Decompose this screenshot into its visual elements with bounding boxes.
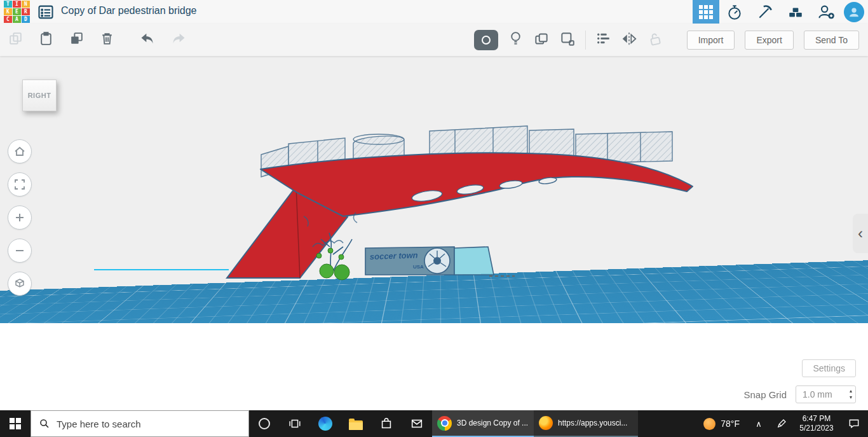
tinkercad-logo[interactable]: T I N K E R C A D [4, 1, 30, 23]
group-icon[interactable] [533, 31, 550, 50]
delete-icon[interactable] [99, 31, 115, 49]
soccer-sign[interactable]: soccer town USA [365, 247, 454, 275]
sign-text: soccer town [370, 250, 418, 261]
bricks-icon[interactable] [780, 0, 811, 24]
firefox-icon [539, 416, 553, 430]
add-person-icon[interactable] [811, 0, 841, 24]
cortana-icon [259, 418, 270, 429]
pickaxe-icon[interactable] [750, 0, 780, 24]
pen-icon [776, 418, 787, 429]
perspective-toggle-button[interactable] [8, 272, 32, 296]
logo-tile: R [22, 8, 30, 15]
redo-icon[interactable] [170, 30, 187, 50]
collapse-panel-arrow[interactable]: ‹ [853, 214, 868, 253]
green-spheres[interactable] [320, 264, 349, 280]
taskbar-search[interactable] [31, 410, 249, 437]
clock-date: 5/21/2023 [799, 424, 833, 433]
logo-tile: I [13, 1, 21, 8]
align-icon[interactable] [595, 31, 611, 49]
folder-icon [349, 420, 363, 430]
store-bag-icon [379, 417, 393, 431]
clock-time: 6:47 PM [803, 414, 831, 424]
lightbulb-icon[interactable] [508, 31, 524, 49]
stopwatch-icon[interactable] [719, 0, 750, 24]
lock-icon[interactable] [647, 31, 663, 50]
browser-task-button[interactable]: https://apps.yousci... [534, 410, 638, 437]
windows-icon [10, 418, 21, 429]
sign-subtext: USA [413, 264, 424, 270]
edge-button[interactable] [310, 410, 341, 437]
design-menu-icon[interactable] [37, 3, 55, 21]
dashboard-grid-button[interactable] [693, 0, 719, 24]
import-button[interactable]: Import [687, 31, 735, 50]
chrome-task-button[interactable]: 3D design Copy of ... [432, 410, 534, 437]
clock-widget[interactable]: 6:47 PM 5/21/2023 [793, 410, 840, 437]
snap-grid-select[interactable]: 1.0 mm ▴▾ [796, 385, 856, 403]
task-label: https://apps.yousci... [558, 419, 627, 427]
mirror-icon[interactable] [621, 31, 637, 50]
chrome-icon [437, 416, 452, 431]
snap-grid-value: 1.0 mm [803, 389, 832, 399]
task-view-icon [288, 417, 302, 431]
zoom-in-button[interactable] [8, 205, 32, 230]
windows-taskbar: 3D design Copy of ... https://apps.yousc… [0, 410, 868, 437]
logo-tile: A [13, 16, 21, 23]
ungroup-icon[interactable] [559, 31, 576, 50]
edit-toolbar: Import Export Send To [0, 24, 868, 56]
task-label: 3D design Copy of ... [457, 419, 528, 427]
weather-temp: 78°F [721, 419, 740, 429]
weather-widget[interactable]: 78°F [696, 410, 747, 437]
tinkercad-window: T I N K E R C A D Copy of Dar pedestrian… [0, 0, 868, 437]
store-button[interactable] [371, 410, 402, 437]
logo-tile: K [4, 8, 12, 15]
grid-icon [699, 5, 713, 19]
show-all-icon[interactable] [474, 30, 498, 50]
search-icon [39, 418, 50, 429]
cortana-button[interactable] [249, 410, 280, 437]
mail-button[interactable] [402, 410, 432, 437]
3d-scene[interactable]: soccer town USA [0, 56, 868, 323]
snap-grid-label: Snap Grid [743, 389, 787, 400]
task-view-button[interactable] [280, 410, 310, 437]
home-view-button[interactable] [8, 139, 32, 163]
user-avatar[interactable] [844, 2, 864, 22]
chevron-left-icon: ‹ [858, 225, 863, 242]
view-cube[interactable]: RIGHT [22, 80, 57, 111]
fit-view-button[interactable] [8, 172, 32, 197]
search-input[interactable] [57, 419, 228, 429]
logo-tile: D [22, 16, 30, 23]
copy-icon[interactable] [8, 31, 24, 49]
paste-icon[interactable] [38, 31, 54, 49]
mail-icon [410, 417, 424, 431]
taskbar-spacer [638, 410, 696, 437]
duplicate-icon[interactable] [69, 31, 85, 49]
weather-icon [703, 418, 715, 430]
design-title[interactable]: Copy of Dar pedestrian bridge [61, 5, 196, 17]
header-actions [693, 0, 867, 24]
cyan-block[interactable] [454, 247, 494, 275]
action-center-button[interactable] [840, 410, 868, 437]
export-button[interactable]: Export [745, 31, 793, 50]
viewport-canvas[interactable]: soccer town USA RIGHT [0, 56, 868, 323]
hidden-icons-button[interactable]: ∧ [747, 410, 770, 437]
select-arrows-icon: ▴▾ [850, 388, 852, 401]
chevron-up-icon: ∧ [756, 419, 762, 429]
zoom-out-button[interactable] [8, 239, 32, 263]
logo-tile: E [13, 8, 21, 15]
undo-icon[interactable] [139, 30, 156, 50]
send-to-button[interactable]: Send To [804, 31, 859, 50]
pen-tray-button[interactable] [770, 410, 793, 437]
toolbar-separator [585, 31, 586, 50]
app-header: T I N K E R C A D Copy of Dar pedestrian… [0, 0, 868, 24]
logo-tile: N [22, 1, 30, 8]
page-footer: Settings Snap Grid 1.0 mm ▴▾ [0, 323, 868, 410]
logo-tile: T [4, 1, 12, 8]
edge-icon [318, 417, 332, 431]
file-explorer-button[interactable] [341, 410, 371, 437]
start-button[interactable] [0, 410, 31, 437]
logo-tile: C [4, 16, 12, 23]
notification-icon [848, 417, 860, 430]
settings-button[interactable]: Settings [802, 359, 856, 377]
